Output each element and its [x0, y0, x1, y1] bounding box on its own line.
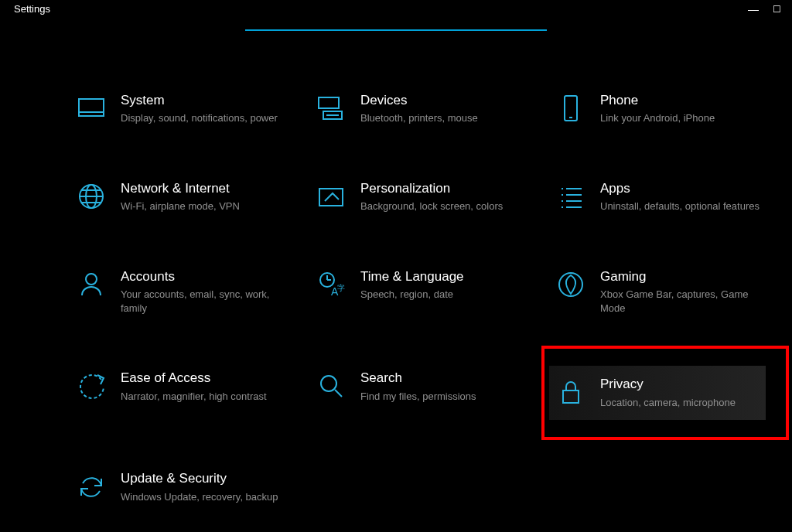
tile-network[interactable]: Network & Internet Wi-Fi, airplane mode,…: [70, 176, 286, 218]
tile-search[interactable]: Search Find my files, permissions: [309, 366, 526, 420]
tile-desc: Link your Android, iPhone: [600, 111, 715, 125]
tile-apps[interactable]: Apps Uninstall, defaults, optional featu…: [549, 176, 766, 218]
svg-line-29: [335, 390, 342, 397]
tile-title: Apps: [600, 181, 760, 196]
search-icon: [316, 370, 346, 401]
tile-title: Search: [360, 370, 476, 386]
gaming-icon: [555, 269, 586, 300]
tile-accounts[interactable]: Accounts Your accounts, email, sync, wor…: [70, 264, 286, 319]
svg-rect-30: [563, 390, 579, 403]
globe-icon: [76, 181, 107, 212]
svg-rect-2: [319, 97, 339, 108]
tile-title: Time & Language: [360, 269, 464, 285]
lock-icon: [555, 377, 586, 408]
maximize-button[interactable]: ☐: [773, 4, 781, 15]
svg-point-21: [86, 274, 97, 285]
tile-time-language[interactable]: A字 Time & Language Speech, region, date: [309, 264, 526, 319]
tile-gaming[interactable]: Gaming Xbox Game Bar, captures, Game Mod…: [549, 264, 766, 319]
system-icon: [76, 93, 107, 124]
window-controls: — ☐: [748, 3, 786, 15]
tile-privacy[interactable]: Privacy Location, camera, microphone: [549, 366, 766, 420]
minimize-button[interactable]: —: [748, 3, 759, 15]
tile-desc: Wi-Fi, airplane mode, VPN: [121, 200, 240, 213]
devices-icon: [316, 93, 346, 124]
tile-phone[interactable]: Phone Link your Android, iPhone: [549, 88, 766, 130]
tile-desc: Bluetooth, printers, mouse: [360, 111, 478, 125]
svg-text:字: 字: [337, 284, 345, 292]
tile-desc: Xbox Game Bar, captures, Game Mode: [600, 288, 760, 315]
tile-title: Accounts: [121, 269, 280, 285]
settings-grid: System Display, sound, notifications, po…: [70, 88, 761, 508]
tile-personalization[interactable]: Personalization Background, lock screen,…: [309, 176, 526, 218]
ease-of-access-icon: [76, 370, 107, 401]
tile-title: Phone: [600, 93, 715, 108]
svg-rect-12: [319, 189, 343, 206]
tile-desc: Windows Update, recovery, backup: [121, 490, 278, 504]
tile-desc: Background, lock screen, colors: [360, 200, 503, 213]
tile-desc: Speech, region, date: [360, 288, 464, 302]
settings-home: System Display, sound, notifications, po…: [0, 34, 792, 508]
svg-rect-0: [79, 99, 104, 116]
tile-desc: Your accounts, email, sync, work, family: [121, 288, 280, 315]
tile-title: Network & Internet: [121, 181, 240, 196]
tile-desc: Narrator, magnifier, high contrast: [121, 390, 267, 404]
window-title: Settings: [14, 3, 50, 15]
tile-update-security[interactable]: Update & Security Windows Update, recove…: [70, 466, 286, 508]
update-icon: [76, 471, 107, 502]
tile-devices[interactable]: Devices Bluetooth, printers, mouse: [309, 88, 526, 130]
tile-title: System: [121, 93, 278, 108]
personalization-icon: [316, 181, 346, 212]
tile-desc: Find my files, permissions: [360, 390, 476, 404]
tile-desc: Display, sound, notifications, power: [121, 111, 278, 125]
tile-title: Devices: [360, 93, 478, 108]
tile-desc: Location, camera, microphone: [600, 396, 736, 410]
highlight-box: Privacy Location, camera, microphone: [549, 366, 781, 420]
svg-point-28: [321, 376, 336, 391]
titlebar: Settings — ☐: [0, 0, 792, 25]
tile-title: Personalization: [360, 181, 503, 196]
tile-title: Ease of Access: [121, 370, 267, 386]
tile-title: Gaming: [600, 269, 760, 285]
tile-title: Privacy: [600, 377, 736, 392]
tile-title: Update & Security: [121, 471, 278, 486]
tile-ease-of-access[interactable]: Ease of Access Narrator, magnifier, high…: [70, 366, 286, 420]
time-language-icon: A字: [316, 269, 346, 300]
apps-icon: [555, 181, 586, 212]
phone-icon: [555, 93, 586, 124]
tile-system[interactable]: System Display, sound, notifications, po…: [70, 88, 286, 130]
accounts-icon: [76, 269, 107, 300]
tile-desc: Uninstall, defaults, optional features: [600, 200, 760, 213]
